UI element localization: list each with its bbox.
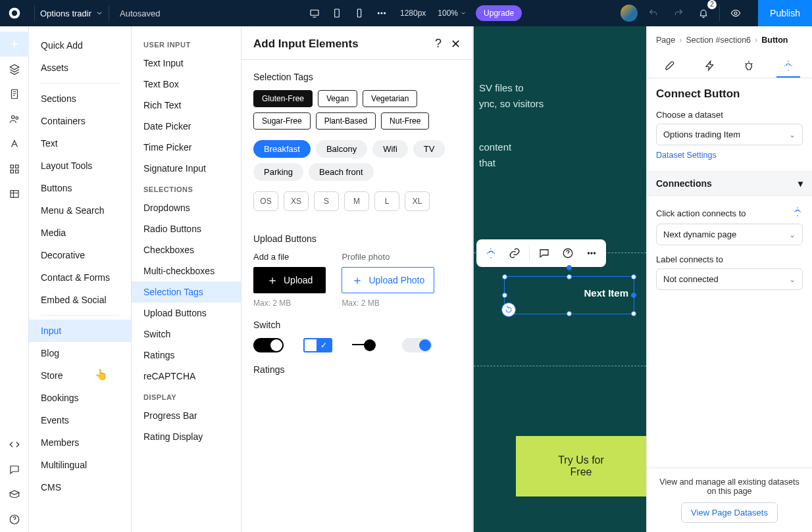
sub-item-rich-text[interactable]: Rich Text xyxy=(132,95,241,116)
sub-item-upload-buttons[interactable]: Upload Buttons xyxy=(132,302,241,324)
pill-wifi[interactable]: Wifi xyxy=(372,140,408,158)
sub-item-signature-input[interactable]: Signature Input xyxy=(132,158,241,179)
rail-add-icon[interactable] xyxy=(0,32,29,57)
page-selector[interactable]: Options tradir xyxy=(40,9,103,18)
category-quick-add[interactable]: Quick Add xyxy=(29,34,131,57)
tag-vegan[interactable]: Vegan xyxy=(318,90,357,107)
category-assets[interactable]: Assets xyxy=(29,57,131,79)
tag-sugar-free[interactable]: Sugar-Free xyxy=(253,112,311,130)
sub-item-multi-checkboxes[interactable]: Multi-checkboxes xyxy=(132,260,241,281)
panel-close-icon[interactable]: ✕ xyxy=(451,37,461,51)
category-sections[interactable]: Sections xyxy=(29,87,131,110)
view-page-datasets-button[interactable]: View Page Datasets xyxy=(681,502,778,523)
tag-nut-free[interactable]: Nut-Free xyxy=(381,112,429,130)
category-members[interactable]: Members xyxy=(29,431,131,454)
upload-photo-button[interactable]: ＋ Upload Photo xyxy=(342,267,434,293)
connections-section-head[interactable]: Connections ▾ xyxy=(647,171,812,196)
sub-item-text-box[interactable]: Text Box xyxy=(132,74,241,95)
category-containers[interactable]: Containers xyxy=(29,110,131,132)
size-xl[interactable]: XL xyxy=(405,191,430,211)
revert-icon[interactable] xyxy=(501,302,516,317)
rail-data-icon[interactable] xyxy=(0,181,29,206)
rail-layers-icon[interactable] xyxy=(0,57,29,82)
user-avatar[interactable] xyxy=(621,5,638,22)
category-embed-social[interactable]: Embed & Social xyxy=(29,289,131,311)
preview-cta-button[interactable]: Try Us for Free xyxy=(516,436,646,496)
category-buttons[interactable]: Buttons xyxy=(29,177,131,199)
sub-item-selection-tags[interactable]: Selection Tags xyxy=(132,281,241,302)
rail-people-icon[interactable] xyxy=(0,107,29,132)
rail-comments-icon[interactable] xyxy=(0,457,29,482)
mobile-device-icon[interactable] xyxy=(350,4,368,22)
selected-element-bbox[interactable]: Next Item xyxy=(504,276,634,314)
switch-preset-3[interactable] xyxy=(352,338,382,352)
category-events[interactable]: Events xyxy=(29,409,131,431)
panel-help-icon[interactable]: ? xyxy=(435,37,442,51)
tablet-device-icon[interactable] xyxy=(328,4,346,22)
connection-active-icon[interactable] xyxy=(792,206,803,220)
click-action-dropdown[interactable]: Next dynamic page⌄ xyxy=(656,224,803,245)
more-devices-icon[interactable] xyxy=(372,4,391,22)
category-input[interactable]: Input xyxy=(29,320,131,342)
pill-balcony[interactable]: Balcony xyxy=(316,140,367,158)
rail-code-icon[interactable] xyxy=(0,432,29,457)
sub-item-ratings[interactable]: Ratings xyxy=(132,345,241,366)
pill-tv[interactable]: TV xyxy=(413,140,445,158)
category-menu-search[interactable]: Menu & Search xyxy=(29,199,131,222)
category-contact-forms[interactable]: Contact & Forms xyxy=(29,266,131,289)
size-xs[interactable]: XS xyxy=(284,191,309,211)
upgrade-button[interactable]: Upgrade xyxy=(476,5,522,21)
switch-preset-2[interactable]: ✓ xyxy=(303,338,332,352)
size-l[interactable]: L xyxy=(374,191,399,211)
sub-item-time-picker[interactable]: Time Picker xyxy=(132,137,241,158)
zoom-dropdown[interactable]: 100% xyxy=(438,9,467,18)
notifications-button[interactable]: 2 xyxy=(694,4,713,22)
dataset-settings-link[interactable]: Dataset Settings xyxy=(656,151,717,160)
category-decorative[interactable]: Decorative xyxy=(29,244,131,266)
pill-breakfast[interactable]: Breakfast xyxy=(253,140,311,158)
category-text[interactable]: Text xyxy=(29,132,131,155)
size-os[interactable]: OS xyxy=(253,191,278,211)
switch-preset-1[interactable] xyxy=(253,338,284,352)
canvas-area[interactable]: SV files to ync, so visitors content tha… xyxy=(473,26,646,532)
label-connects-dropdown[interactable]: Not connected⌄ xyxy=(656,268,803,290)
sub-item-switch[interactable]: Switch xyxy=(132,324,241,345)
rail-apps-icon[interactable] xyxy=(0,157,29,181)
switch-preset-4[interactable] xyxy=(402,338,432,352)
rail-typography-icon[interactable] xyxy=(0,132,29,157)
crumb-page[interactable]: Page xyxy=(656,36,675,45)
crumb-section[interactable]: Section #section6 xyxy=(686,36,751,45)
rail-page-icon[interactable] xyxy=(0,82,29,107)
tab-interactions-icon[interactable] xyxy=(737,55,761,78)
toolbar-comment-icon[interactable] xyxy=(535,244,553,262)
tag-gluten-free[interactable]: Gluten-Free xyxy=(253,90,313,107)
tag-plant-based[interactable]: Plant-Based xyxy=(316,112,376,130)
sub-item-date-picker[interactable]: Date Picker xyxy=(132,116,241,137)
tab-animation-icon[interactable] xyxy=(698,55,722,78)
sub-item-radio-buttons[interactable]: Radio Buttons xyxy=(132,218,241,239)
category-bookings[interactable]: Bookings xyxy=(29,387,131,409)
canvas-width[interactable]: 1280px xyxy=(400,9,426,18)
undo-button[interactable] xyxy=(644,4,663,22)
logo[interactable] xyxy=(0,0,29,26)
preview-button[interactable] xyxy=(726,4,745,22)
pill-beach-front[interactable]: Beach front xyxy=(309,163,374,181)
sub-item-rating-display[interactable]: Rating Display xyxy=(132,426,241,447)
size-m[interactable]: M xyxy=(344,191,369,211)
desktop-device-icon[interactable] xyxy=(305,4,324,22)
sub-item-text-input[interactable]: Text Input xyxy=(132,53,241,74)
category-media[interactable]: Media xyxy=(29,222,131,244)
tag-vegetarian[interactable]: Vegetarian xyxy=(363,90,417,107)
size-s[interactable]: S xyxy=(314,191,339,211)
toolbar-help-icon[interactable] xyxy=(559,244,577,262)
toolbar-link-icon[interactable] xyxy=(505,244,524,262)
sub-item-recaptcha[interactable]: reCAPTCHA xyxy=(132,366,241,387)
toolbar-more-icon[interactable] xyxy=(582,244,601,262)
category-layout-tools[interactable]: Layout Tools xyxy=(29,155,131,177)
toolbar-connect-icon[interactable] xyxy=(482,244,500,262)
upload-file-button[interactable]: ＋ Upload xyxy=(253,267,326,293)
category-multilingual[interactable]: Multilingual xyxy=(29,454,131,476)
tab-connect-data-icon[interactable] xyxy=(776,55,800,78)
dataset-dropdown[interactable]: Options trading Item⌄ xyxy=(656,124,803,145)
rail-learn-icon[interactable] xyxy=(0,482,29,507)
